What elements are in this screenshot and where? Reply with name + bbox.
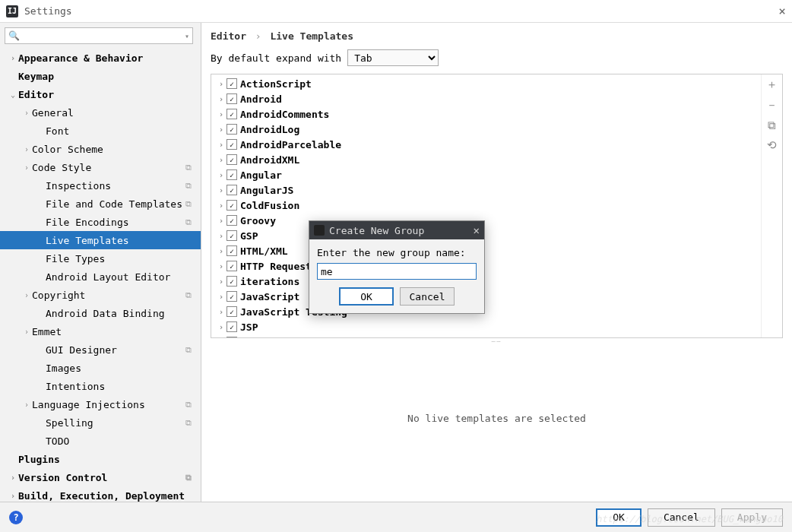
expand-icon[interactable]: › <box>216 141 227 149</box>
sidebar-item-inspections[interactable]: Inspections⧉ <box>0 176 201 195</box>
checkbox[interactable]: ✓ <box>227 154 237 165</box>
expand-icon[interactable]: › <box>216 156 227 164</box>
template-group-androidcomments[interactable]: ›✓AndroidComments <box>211 106 761 122</box>
sidebar-item-editor[interactable]: ⌄Editor <box>0 85 201 103</box>
sidebar-item-android-layout-editor[interactable]: Android Layout Editor <box>0 268 201 286</box>
group-name-input[interactable] <box>317 263 477 280</box>
sidebar-item-gui-designer[interactable]: GUI Designer⧉ <box>0 340 201 359</box>
dialog-close-icon[interactable]: ✕ <box>474 224 480 236</box>
checkbox[interactable]: ✓ <box>227 169 237 180</box>
sidebar-item-live-templates[interactable]: Live Templates <box>0 231 201 249</box>
sidebar-item-images[interactable]: Images <box>0 359 201 377</box>
template-group-angularjs[interactable]: ›✓AngularJS <box>211 182 761 198</box>
template-group-label: Kotlin <box>240 337 276 338</box>
template-group-http-request[interactable]: ›✓HTTP Request <box>211 258 761 274</box>
expand-icon[interactable]: › <box>216 232 227 240</box>
checkbox[interactable]: ✓ <box>227 276 237 287</box>
checkbox[interactable]: ✓ <box>227 200 237 211</box>
expand-icon[interactable]: › <box>216 110 227 119</box>
template-group-androidlog[interactable]: ›✓AndroidLog <box>211 122 761 137</box>
template-group-javascript[interactable]: ›✓JavaScript <box>211 289 761 304</box>
sidebar-item-android-data-binding[interactable]: Android Data Binding <box>0 304 201 322</box>
template-group-androidparcelable[interactable]: ›✓AndroidParcelable <box>211 137 761 152</box>
sidebar-item-appearance-behavior[interactable]: ›Appearance & Behavior <box>0 49 201 67</box>
checkbox[interactable]: ✓ <box>227 261 237 271</box>
search-input[interactable]: 🔍 ▾ <box>5 27 193 44</box>
close-icon[interactable]: × <box>778 4 786 18</box>
template-group-actionscript[interactable]: ›✓ActionScript <box>211 76 761 91</box>
expand-icon[interactable]: › <box>216 171 227 179</box>
expand-select[interactable]: Tab <box>347 49 439 66</box>
expand-icon[interactable]: › <box>216 277 227 286</box>
caret-icon: › <box>21 145 32 154</box>
template-group-android[interactable]: ›✓Android <box>211 91 761 106</box>
checkbox[interactable]: ✓ <box>227 78 237 89</box>
template-group-angular[interactable]: ›✓Angular <box>211 167 761 182</box>
sidebar-item-version-control[interactable]: ›Version Control⧉ <box>0 468 201 486</box>
template-list[interactable]: ›✓ActionScript›✓Android›✓AndroidComments… <box>211 74 761 337</box>
sidebar-item-todo[interactable]: TODO <box>0 432 201 450</box>
template-group-androidxml[interactable]: ›✓AndroidXML <box>211 152 761 167</box>
expand-icon[interactable]: › <box>216 95 227 103</box>
sidebar-item-general[interactable]: ›General <box>0 103 201 122</box>
checkbox[interactable]: ✓ <box>227 291 237 302</box>
sidebar-item-intentions[interactable]: Intentions <box>0 377 201 395</box>
template-group-html-xml[interactable]: ›✓HTML/XML <box>211 243 761 258</box>
expand-icon[interactable]: › <box>216 186 227 195</box>
cancel-button[interactable]: Cancel <box>648 508 715 527</box>
checkbox[interactable]: ✓ <box>227 321 237 332</box>
template-group-javascript-testing[interactable]: ›✓JavaScript Testing <box>211 304 761 319</box>
sidebar-item-font[interactable]: Font <box>0 122 201 140</box>
checkbox[interactable]: ✓ <box>227 215 237 226</box>
sidebar-item-file-and-code-templates[interactable]: File and Code Templates⧉ <box>0 195 201 213</box>
template-group-gsp[interactable]: ›✓GSP <box>211 228 761 243</box>
expand-icon[interactable]: › <box>216 247 227 255</box>
dialog-ok-button[interactable]: OK <box>339 287 394 306</box>
caret-icon: ⌄ <box>8 90 18 99</box>
expand-icon[interactable]: › <box>216 201 227 210</box>
resize-grip[interactable]: ⋯⋯ <box>201 338 792 344</box>
expand-icon[interactable]: › <box>216 217 227 225</box>
template-group-kotlin[interactable]: ›✓Kotlin <box>211 334 761 337</box>
sidebar-item-color-scheme[interactable]: ›Color Scheme <box>0 140 201 158</box>
sidebar-item-emmet[interactable]: ›Emmet <box>0 322 201 340</box>
copy-icon[interactable]: ⧉ <box>768 119 776 132</box>
remove-icon[interactable]: － <box>766 98 778 112</box>
expand-icon[interactable]: › <box>216 125 227 134</box>
sidebar-item-build-execution-deployment[interactable]: ›Build, Execution, Deployment <box>0 486 201 502</box>
template-group-groovy[interactable]: ›✓Groovy <box>211 213 761 228</box>
sidebar-item-copyright[interactable]: ›Copyright⧉ <box>0 286 201 304</box>
expand-icon[interactable]: › <box>216 308 227 316</box>
checkbox[interactable]: ✓ <box>227 306 237 317</box>
sidebar-item-keymap[interactable]: Keymap <box>0 67 201 85</box>
chevron-down-icon[interactable]: ▾ <box>185 32 189 40</box>
checkbox[interactable]: ✓ <box>227 93 237 104</box>
checkbox[interactable]: ✓ <box>227 337 237 337</box>
undo-icon[interactable]: ⟲ <box>767 138 777 152</box>
template-group-coldfusion[interactable]: ›✓ColdFusion <box>211 198 761 213</box>
checkbox[interactable]: ✓ <box>227 245 237 256</box>
checkbox[interactable]: ✓ <box>227 109 237 119</box>
checkbox[interactable]: ✓ <box>227 139 237 150</box>
sidebar-item-code-style[interactable]: ›Code Style⧉ <box>0 158 201 176</box>
help-icon[interactable]: ? <box>9 511 23 524</box>
checkbox[interactable]: ✓ <box>227 230 237 241</box>
sidebar-item-spelling[interactable]: Spelling⧉ <box>0 413 201 432</box>
expand-icon[interactable]: › <box>216 262 227 271</box>
expand-icon[interactable]: › <box>216 293 227 301</box>
ok-button[interactable]: OK <box>596 508 642 527</box>
expand-icon[interactable]: › <box>216 323 227 331</box>
dialog-cancel-button[interactable]: Cancel <box>400 287 455 306</box>
sidebar-item-plugins[interactable]: Plugins <box>0 450 201 468</box>
sidebar-item-language-injections[interactable]: ›Language Injections⧉ <box>0 395 201 413</box>
apply-button[interactable]: Apply <box>721 508 783 527</box>
checkbox[interactable]: ✓ <box>227 185 237 195</box>
sidebar-item-file-encodings[interactable]: File Encodings⧉ <box>0 213 201 231</box>
add-icon[interactable]: ＋ <box>766 78 778 92</box>
template-group-jsp[interactable]: ›✓JSP <box>211 319 761 334</box>
side-tools: ＋ － ⧉ ⟲ <box>761 74 782 337</box>
template-group-iterations[interactable]: ›✓iterations <box>211 274 761 289</box>
checkbox[interactable]: ✓ <box>227 124 237 135</box>
expand-icon[interactable]: › <box>216 80 227 88</box>
sidebar-item-file-types[interactable]: File Types <box>0 249 201 268</box>
